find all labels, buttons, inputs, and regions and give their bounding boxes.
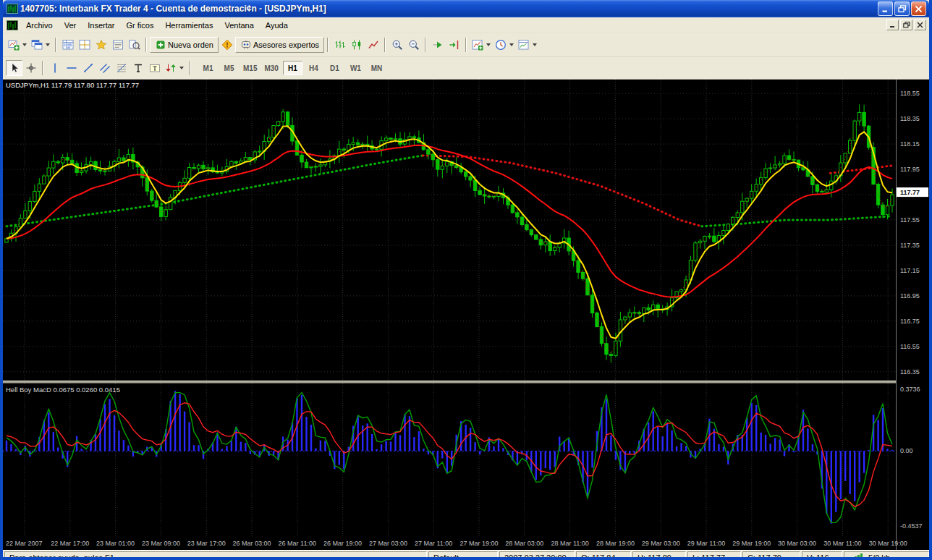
timeframe-m1-button[interactable]: M1 bbox=[198, 61, 218, 75]
cursor-button[interactable] bbox=[6, 60, 22, 76]
new-chart-button[interactable] bbox=[6, 37, 29, 53]
arrows-button[interactable] bbox=[163, 60, 186, 76]
expert-advisors-button[interactable]: Asesores expertos bbox=[235, 37, 324, 53]
dropdown-arrow-icon bbox=[46, 43, 50, 46]
navigator-icon bbox=[96, 39, 107, 51]
svg-text:116.35: 116.35 bbox=[900, 368, 920, 376]
panel-separator[interactable] bbox=[3, 381, 929, 383]
mdi-restore-button[interactable] bbox=[900, 20, 912, 30]
status-help-text: Para obtener ayuda, pulse F1 bbox=[4, 551, 427, 560]
line-chart-button[interactable] bbox=[365, 37, 381, 53]
close-button[interactable] bbox=[911, 1, 926, 16]
templates-icon bbox=[518, 39, 530, 51]
menu-archivo[interactable]: Archivo bbox=[20, 20, 59, 31]
market-watch-button[interactable] bbox=[59, 37, 76, 53]
text-button[interactable] bbox=[130, 60, 146, 76]
chart-window-icon bbox=[7, 20, 18, 31]
mdi-close-button[interactable] bbox=[914, 20, 926, 30]
svg-text:117.15: 117.15 bbox=[900, 267, 920, 274]
candle-chart-icon bbox=[351, 39, 363, 51]
zoom-in-icon bbox=[391, 39, 403, 51]
status-datetime: 2007.03.27 20:00 bbox=[499, 551, 575, 560]
svg-text:117.35: 117.35 bbox=[900, 242, 920, 249]
metaeditor-icon bbox=[221, 39, 233, 51]
status-volume: V: 116 bbox=[802, 551, 842, 560]
timeframe-w1-button[interactable]: W1 bbox=[346, 61, 365, 75]
svg-text:22 Mar 2007: 22 Mar 2007 bbox=[6, 540, 43, 547]
time-axis[interactable]: 22 Mar 200722 Mar 17:0023 Mar 01:0023 Ma… bbox=[3, 536, 907, 550]
svg-text:26 Mar 11:00: 26 Mar 11:00 bbox=[279, 540, 316, 547]
timeframe-m15-button[interactable]: M15 bbox=[240, 61, 260, 75]
mdi-minimize-button[interactable] bbox=[886, 20, 899, 30]
data-window-button[interactable] bbox=[76, 37, 93, 53]
status-template[interactable]: Default bbox=[428, 551, 498, 560]
toolbar-separator bbox=[465, 38, 467, 52]
toolbar-separator bbox=[55, 38, 56, 52]
horizontal-line-button[interactable] bbox=[63, 60, 80, 76]
svg-text:28 Mar 19:00: 28 Mar 19:00 bbox=[596, 540, 635, 547]
terminal-button[interactable] bbox=[109, 37, 126, 53]
equidistant-channel-button[interactable] bbox=[96, 60, 113, 76]
zoom-out-button[interactable] bbox=[405, 37, 422, 53]
svg-text:26 Mar 19:00: 26 Mar 19:00 bbox=[323, 540, 362, 547]
crosshair-button[interactable] bbox=[22, 60, 39, 76]
chart-shift-button[interactable] bbox=[446, 37, 462, 53]
menu-insertar[interactable]: Insertar bbox=[82, 20, 120, 31]
indicators-icon bbox=[472, 39, 483, 51]
fibonacci-button[interactable] bbox=[113, 60, 130, 76]
menu-ayuda[interactable]: Ayuda bbox=[260, 20, 294, 31]
timeframe-h1-button[interactable]: H1 bbox=[283, 61, 302, 75]
periods-icon bbox=[495, 39, 507, 51]
menu-ventana[interactable]: Ventana bbox=[219, 20, 259, 31]
market-watch-icon bbox=[62, 39, 74, 51]
restore-button[interactable] bbox=[894, 1, 910, 16]
dropdown-arrow-icon bbox=[533, 43, 537, 46]
templates-button[interactable] bbox=[516, 37, 539, 53]
svg-text:116.55: 116.55 bbox=[900, 343, 920, 350]
chart-area[interactable]: USDJPYm,H1 117.79 117.80 117.77 117.77He… bbox=[3, 80, 929, 550]
vertical-line-button[interactable] bbox=[46, 60, 63, 76]
timeframe-d1-button[interactable]: D1 bbox=[325, 61, 344, 75]
svg-text:0.00: 0.00 bbox=[900, 447, 913, 454]
chart-shift-icon bbox=[449, 39, 460, 51]
menu-herramientas[interactable]: Herramientas bbox=[159, 20, 219, 31]
svg-text:117.77: 117.77 bbox=[900, 189, 920, 196]
svg-text:30 Mar 11:00: 30 Mar 11:00 bbox=[823, 540, 861, 547]
standard-toolbar: Nueva ordenAsesores expertos bbox=[3, 33, 929, 57]
crosshair-icon bbox=[25, 62, 37, 74]
menu-ver[interactable]: Ver bbox=[59, 20, 82, 31]
trendline-icon bbox=[82, 62, 94, 74]
svg-text:28 Mar 11:00: 28 Mar 11:00 bbox=[551, 540, 588, 547]
new-order-button[interactable]: Nueva orden bbox=[150, 37, 219, 53]
minimize-button[interactable] bbox=[878, 1, 893, 16]
trendline-button[interactable] bbox=[80, 60, 96, 76]
title-bar[interactable]: 1407705: Interbank FX Trader 4 - Cuenta … bbox=[3, 0, 929, 17]
zoom-in-button[interactable] bbox=[389, 37, 405, 53]
profiles-button[interactable] bbox=[29, 37, 52, 53]
menu-gr-ficos[interactable]: Gr ficos bbox=[121, 20, 160, 31]
navigator-button[interactable] bbox=[93, 37, 109, 53]
price-chart-svg[interactable]: USDJPYm,H1 117.79 117.80 117.77 117.77He… bbox=[3, 80, 929, 550]
auto-scroll-button[interactable] bbox=[429, 37, 446, 53]
periods-button[interactable] bbox=[493, 37, 516, 53]
toolbar-separator bbox=[42, 61, 43, 75]
toolbar-separator bbox=[145, 38, 147, 52]
terminal-icon bbox=[112, 39, 124, 51]
bar-chart-button[interactable] bbox=[331, 37, 348, 53]
text-label-icon bbox=[149, 62, 161, 74]
timeframe-m30-button[interactable]: M30 bbox=[261, 61, 281, 75]
indicators-button[interactable] bbox=[470, 37, 493, 53]
text-label-button[interactable] bbox=[146, 60, 163, 76]
profiles-icon bbox=[31, 39, 43, 51]
timeframe-h4-button[interactable]: H4 bbox=[304, 61, 323, 75]
dropdown-arrow-icon bbox=[179, 67, 184, 69]
timeframe-m5-button[interactable]: M5 bbox=[219, 61, 239, 75]
price-scale[interactable]: 118.55118.35118.15117.95117.75117.55117.… bbox=[896, 80, 929, 550]
strategy-tester-button[interactable] bbox=[126, 37, 143, 53]
timeframe-mn-button[interactable]: MN bbox=[367, 61, 386, 75]
candlestick-chart-button[interactable] bbox=[348, 37, 365, 53]
svg-text:29 Mar 11:00: 29 Mar 11:00 bbox=[687, 540, 725, 547]
metaeditor-button[interactable] bbox=[219, 37, 235, 53]
text-icon bbox=[132, 62, 144, 74]
svg-text:117.95: 117.95 bbox=[900, 166, 920, 173]
